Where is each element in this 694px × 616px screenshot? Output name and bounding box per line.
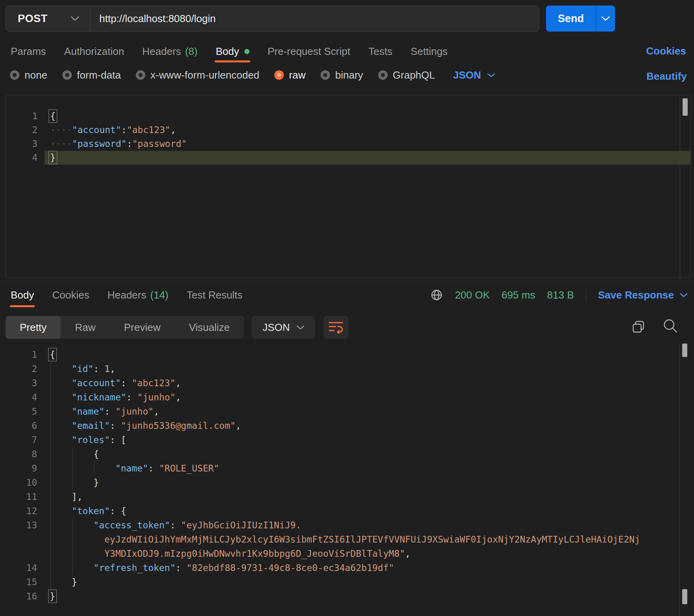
method-selector[interactable]: POST: [6, 6, 90, 31]
response-tab-test-results-label: Test Results: [187, 289, 243, 301]
network-globe-icon: [430, 289, 443, 301]
response-body-editor[interactable]: 1{2 "id": 1,3 "account": "abc123",4 "nic…: [6, 343, 694, 616]
code-line: 12 "token": {: [6, 504, 694, 518]
line-number: 5: [6, 404, 37, 419]
code-token: [50, 563, 94, 573]
code-token: ····: [50, 125, 72, 135]
request-tab-settings[interactable]: Settings: [411, 40, 448, 62]
request-tab-pre-request-script[interactable]: Pre-request Script: [268, 40, 351, 62]
code-line: 10 }: [6, 475, 694, 490]
request-language-selector[interactable]: JSON: [453, 69, 495, 81]
search-response-button[interactable]: [660, 316, 681, 336]
code-token: [50, 406, 71, 417]
cookies-link[interactable]: Cookies: [646, 45, 686, 57]
request-tab-tests[interactable]: Tests: [368, 40, 392, 62]
view-raw[interactable]: Raw: [61, 316, 110, 339]
line-number: 2: [6, 123, 38, 137]
body-mode-raw[interactable]: raw: [274, 69, 306, 81]
code-token: "password": [72, 139, 126, 149]
code-line: 5 "name": "junho",: [6, 404, 694, 419]
code-token: "name": [115, 463, 148, 473]
code-text: "account": "abc123",: [50, 378, 181, 388]
tab-count-badge: (14): [150, 289, 168, 301]
body-mode-label: GraphQL: [393, 69, 435, 81]
copy-response-button[interactable]: [628, 317, 648, 336]
code-text: "refresh_token": "82ebdf88-9731-49c8-8ce…: [50, 563, 394, 573]
code-token: [50, 378, 71, 388]
code-token: "roles": [71, 435, 110, 445]
code-line: 13 "access_token": "eyJhbGciOiJIUzI1NiJ9…: [6, 518, 694, 532]
response-tab-headers[interactable]: Headers(14): [107, 283, 169, 307]
code-token: Y3MDIxODJ9.mIzpg0iHwDNwvhr1Kx9bbpg6D_Jeo…: [104, 548, 405, 559]
section-divider: [0, 281, 694, 281]
code-token: :: [94, 364, 105, 374]
code-line: 15 }: [6, 575, 694, 589]
body-mode-none[interactable]: none: [10, 69, 47, 81]
body-mode-label: none: [24, 69, 47, 81]
wrap-lines-icon: [329, 321, 343, 334]
request-tab-authorization[interactable]: Authorization: [64, 40, 124, 62]
response-tab-cookies[interactable]: Cookies: [52, 283, 89, 307]
body-mode-form-data[interactable]: form-data: [62, 69, 121, 81]
url-input[interactable]: http://localhost:8080/login: [99, 13, 216, 25]
body-mode-graphql[interactable]: GraphQL: [378, 69, 435, 81]
response-tab-body[interactable]: Body: [11, 283, 34, 307]
code-text: "id": 1,: [50, 364, 115, 374]
response-tab-test-results[interactable]: Test Results: [187, 283, 243, 307]
code-line: 16}: [6, 589, 694, 603]
request-tab-body-label: Body: [216, 45, 239, 58]
tab-count-badge: (8): [185, 45, 198, 58]
send-button-label: Send: [546, 13, 596, 25]
code-token: [50, 534, 104, 545]
request-tab-body[interactable]: Body: [216, 40, 249, 62]
request-tab-params[interactable]: Params: [11, 40, 46, 62]
line-number: 1: [6, 109, 38, 123]
line-number: 8: [6, 447, 37, 461]
code-token: [50, 463, 115, 473]
code-token: {: [94, 449, 99, 459]
response-size: 813 B: [547, 289, 574, 301]
code-token: "refresh_token": [94, 563, 176, 573]
request-body-editor[interactable]: 1{2····"account":"abc123",3····"password…: [6, 95, 691, 278]
wrap-lines-button[interactable]: [324, 316, 348, 339]
code-token: "junho": [115, 406, 154, 417]
view-pretty[interactable]: Pretty: [6, 316, 61, 339]
request-tab-headers[interactable]: Headers(8): [142, 40, 197, 62]
view-visualize[interactable]: Visualize: [174, 316, 244, 339]
code-token: ],: [71, 492, 83, 502]
code-line: 8 {: [6, 447, 694, 461]
view-preview[interactable]: Preview: [110, 316, 174, 339]
line-number: 1: [6, 347, 37, 362]
code-token: :: [127, 139, 132, 149]
divider: [90, 6, 90, 31]
code-token: :: [104, 406, 115, 417]
radio-icon: [378, 70, 388, 80]
response-language-selector[interactable]: JSON: [252, 316, 315, 339]
code-token: :: [170, 520, 181, 530]
send-options-caret[interactable]: [596, 16, 615, 21]
code-line: 4}: [6, 151, 690, 165]
code-token: "id": [71, 364, 93, 374]
line-number: 3: [6, 376, 37, 390]
body-mode-label: form-data: [77, 69, 121, 81]
send-button[interactable]: Send: [546, 6, 615, 32]
response-tab-cookies-label: Cookies: [52, 289, 89, 301]
chevron-down-icon: [680, 293, 688, 298]
body-mode-binary[interactable]: binary: [321, 69, 363, 81]
code-line: 1{: [6, 347, 694, 362]
code-line: 2 "id": 1,: [6, 362, 694, 376]
code-text: {: [50, 111, 56, 121]
body-mode-bar: noneform-datax-www-form-urlencodedrawbin…: [10, 66, 495, 85]
request-tab-headers-label: Headers: [142, 45, 181, 58]
save-response-button[interactable]: Save Response: [598, 289, 688, 301]
url-bar: POST http://localhost:8080/login: [6, 6, 539, 32]
search-icon: [662, 317, 679, 334]
code-line: 2····"account":"abc123",: [6, 123, 690, 137]
code-token: "password": [132, 139, 187, 149]
code-line: 14 "refresh_token": "82ebdf88-9731-49c8-…: [6, 561, 694, 575]
body-mode-x-www-form-urlencoded[interactable]: x-www-form-urlencoded: [136, 69, 259, 81]
beautify-link[interactable]: Beautify: [646, 70, 687, 83]
line-number: 3: [6, 137, 38, 151]
response-tab-headers-label: Headers: [107, 289, 146, 301]
line-number: 9: [6, 461, 37, 475]
